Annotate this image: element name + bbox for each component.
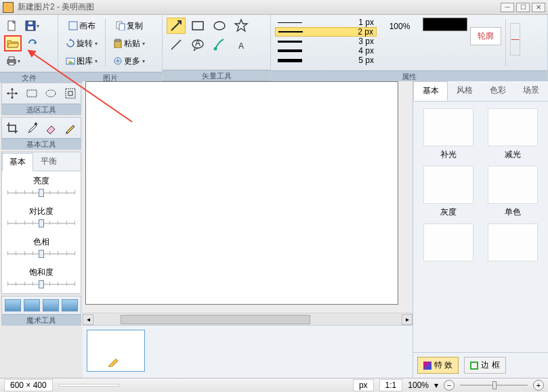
fx-fill-light[interactable]: 补光 xyxy=(420,108,477,160)
right-tab-scene[interactable]: 场景 xyxy=(515,81,548,101)
status-cursor-pos xyxy=(58,384,119,387)
adjust-tab-balance[interactable]: 平衡 xyxy=(33,152,64,171)
minimize-button[interactable]: ─ xyxy=(501,3,514,12)
copy-button[interactable]: 复制 xyxy=(110,18,148,34)
app-icon xyxy=(3,2,14,13)
zoom-out-button[interactable]: − xyxy=(444,380,455,391)
ribbon-zoom-text: 100% xyxy=(379,22,420,31)
more-button[interactable]: 更多▾ xyxy=(110,53,148,69)
svg-rect-3 xyxy=(28,22,33,24)
eyedrop-tool[interactable] xyxy=(24,121,39,135)
fx-blank-1[interactable] xyxy=(420,223,477,264)
svg-point-19 xyxy=(214,47,217,51)
magic-tools-label: 魔术工具 xyxy=(2,314,81,325)
svg-rect-23 xyxy=(66,89,75,98)
tool-rectangle[interactable] xyxy=(188,18,207,34)
border-button[interactable]: 边 框 xyxy=(464,357,505,374)
maximize-button[interactable]: ☐ xyxy=(516,3,530,12)
tool-star[interactable] xyxy=(232,18,251,34)
ribbon-group-vector-label: 矢量工具 xyxy=(163,70,270,81)
tool-text[interactable]: A xyxy=(232,37,251,53)
svg-rect-11 xyxy=(119,24,125,30)
line-weight-list[interactable]: 1 px 2 px 3 px 4 px 5 px xyxy=(275,18,377,65)
slider-saturation[interactable] xyxy=(7,280,75,289)
right-tab-basic[interactable]: 基本 xyxy=(413,81,448,101)
redo-button[interactable] xyxy=(24,35,41,51)
slider-brightness-label: 亮度 xyxy=(7,175,75,187)
pencil-tool[interactable] xyxy=(63,121,78,135)
slider-hue-label: 色相 xyxy=(7,236,75,248)
svg-rect-5 xyxy=(9,57,14,60)
fx-grayscale[interactable]: 灰度 xyxy=(420,166,477,218)
select-rect-tool[interactable] xyxy=(24,86,39,101)
filmstrip-frame-1[interactable] xyxy=(87,330,145,372)
save-button[interactable]: ▾ xyxy=(23,18,41,34)
svg-rect-15 xyxy=(192,22,203,30)
zoom-in-button[interactable]: + xyxy=(533,380,544,391)
tool-ellipse[interactable] xyxy=(210,18,229,34)
rotate-button[interactable]: 旋转▾ xyxy=(62,35,101,51)
border-icon xyxy=(470,362,478,370)
zoom-slider[interactable] xyxy=(460,385,528,386)
new-file-button[interactable] xyxy=(4,18,20,34)
canvas-button[interactable]: 画布 xyxy=(62,18,101,34)
fx-reduce-light[interactable]: 减光 xyxy=(485,108,542,160)
magic-preset-4[interactable] xyxy=(62,299,78,311)
pencil-icon xyxy=(108,357,120,367)
paste-label: 粘贴 xyxy=(124,38,140,49)
library-button[interactable]: 图库▾ xyxy=(62,53,101,69)
status-zoom-text: 100% xyxy=(408,380,429,390)
fill-color-swatch[interactable] xyxy=(423,18,467,31)
horizontal-scrollbar[interactable]: ◂ ▸ xyxy=(83,313,413,325)
slider-contrast-label: 对比度 xyxy=(7,206,75,217)
right-tab-style[interactable]: 风格 xyxy=(448,81,481,101)
tool-brush[interactable] xyxy=(210,37,229,53)
select-move-tool[interactable] xyxy=(5,86,20,101)
magic-preset-2[interactable] xyxy=(24,299,40,311)
outline-button[interactable]: 轮廓 xyxy=(470,27,501,45)
slider-brightness[interactable] xyxy=(7,188,75,198)
tool-line[interactable] xyxy=(167,37,186,53)
effects-button[interactable]: 特 效 xyxy=(417,357,459,374)
scroll-left-button[interactable]: ◂ xyxy=(83,314,93,325)
magic-preset-3[interactable] xyxy=(43,299,59,311)
slider-saturation-label: 饱和度 xyxy=(7,267,75,278)
open-file-button[interactable] xyxy=(4,35,22,51)
library-label: 图库 xyxy=(77,56,93,67)
right-tab-color[interactable]: 色彩 xyxy=(482,81,515,101)
basic-tools-label: 基本工具 xyxy=(2,138,81,149)
status-px-button[interactable]: px xyxy=(353,379,374,391)
close-button[interactable]: ✕ xyxy=(532,3,545,12)
status-zoom-dropdown[interactable]: ▾ xyxy=(434,380,438,390)
magic-preset-1[interactable] xyxy=(5,299,21,311)
print-button[interactable]: ▾ xyxy=(4,53,22,69)
slider-contrast[interactable] xyxy=(7,219,75,228)
svg-rect-24 xyxy=(68,91,72,95)
select-crop-tool[interactable] xyxy=(63,86,78,101)
adjust-tab-basic[interactable]: 基本 xyxy=(2,153,33,171)
eraser-tool[interactable] xyxy=(43,121,58,135)
svg-rect-21 xyxy=(27,90,37,97)
select-ellipse-tool[interactable] xyxy=(43,86,58,101)
scroll-right-button[interactable]: ▸ xyxy=(402,314,413,325)
svg-rect-13 xyxy=(116,39,120,41)
rotate-label: 旋转 xyxy=(77,38,93,49)
canvas-label: 画布 xyxy=(79,20,96,32)
slider-hue[interactable] xyxy=(7,249,75,259)
status-ratio-button[interactable]: 1:1 xyxy=(379,379,403,391)
more-label: 更多 xyxy=(124,56,140,67)
scrollbar-thumb[interactable] xyxy=(121,315,310,324)
ribbon-overflow[interactable]: — xyxy=(510,23,520,56)
copy-label: 复制 xyxy=(127,20,143,32)
ribbon-group-props-label: 属性 xyxy=(271,70,547,81)
crop-tool[interactable] xyxy=(5,121,20,135)
svg-rect-2 xyxy=(28,26,33,30)
window-title: 新建图片2 - 美明画图 xyxy=(18,1,94,13)
tool-textbubble[interactable]: A xyxy=(188,37,207,53)
status-dimensions: 600 × 400 xyxy=(4,379,53,391)
tool-arrow[interactable] xyxy=(167,18,186,34)
paste-button[interactable]: 粘贴▾ xyxy=(110,35,148,51)
fx-blank-2[interactable] xyxy=(485,223,542,264)
canvas-area[interactable] xyxy=(85,81,398,305)
fx-mono[interactable]: 单色 xyxy=(485,166,542,218)
